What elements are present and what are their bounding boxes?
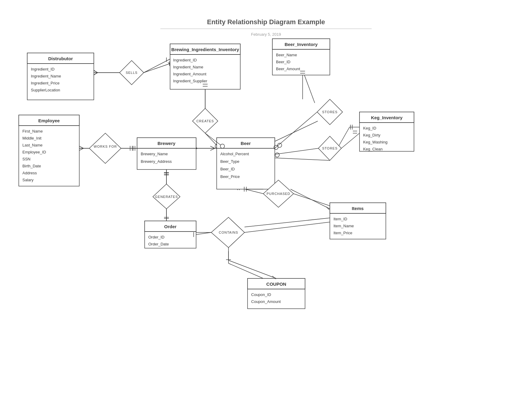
svg-line-45 [245,221,339,232]
svg-line-143 [94,73,98,75]
svg-text:GENERATES: GENERATES [155,195,178,199]
entity-order: Order Order_ID Order_Date [145,221,196,248]
relationship-contains: CONTAINS [211,217,245,248]
svg-text:CREATES: CREATES [196,119,214,123]
svg-text:Keg_Dirty: Keg_Dirty [363,133,381,137]
svg-line-142 [94,71,98,73]
svg-line-183 [245,218,330,227]
entity-items: Items Item_ID Item_Name Item_Price [330,203,386,239]
svg-line-157 [341,133,360,148]
svg-text:Address: Address [22,171,37,175]
relationship-sells: SELLS [120,61,144,85]
svg-text:Alcohol_Percent: Alcohol_Percent [220,152,249,156]
svg-text:Item_Price: Item_Price [333,231,352,235]
svg-text:STORES: STORES [322,146,337,150]
svg-text:Ingredient_Name: Ingredient_Name [31,74,61,78]
relationship-stores-1: STORES [317,99,343,125]
svg-line-164 [79,148,84,150]
svg-text:Brewery_Address: Brewery_Address [141,159,172,164]
svg-text:Ingredient_ID: Ingredient_ID [173,58,197,62]
entity-employee: Employee First_Name Middle_Init Last_Nam… [19,115,79,186]
svg-line-48 [228,263,263,278]
svg-text:Employee_ID: Employee_ID [22,150,46,154]
svg-text:COUPON: COUPON [266,281,286,287]
svg-text:Items: Items [352,206,363,211]
svg-text:Ingredient_Supplier: Ingredient_Supplier [173,79,207,83]
entity-brewery: Brewery Brewery_Name Brewery_Address [137,138,196,169]
svg-text:CONTAINS: CONTAINS [219,231,238,234]
svg-line-18 [337,127,350,148]
svg-text:Brewing_Ingredients_Inventory: Brewing_Ingredients_Inventory [171,47,239,52]
svg-text:Beer: Beer [241,141,251,146]
svg-text:Employee: Employee [38,118,60,123]
diagram-title: Entity Relationship Diagram Example [207,18,325,26]
svg-text:Keg_Clean: Keg_Clean [363,147,383,151]
svg-text:Birth_Date: Birth_Date [22,164,41,168]
svg-text:Ingredient_Amount: Ingredient_Amount [173,72,206,76]
svg-text:Coupon_ID: Coupon_ID [251,292,271,297]
relationship-works-for: WORKS FOR [89,133,121,163]
entity-keg-inventory: Keg_Inventory Keg_ID Keg_Dirty Keg_Washi… [360,112,414,151]
entity-beer-inventory: Beer_Inventory Beer_Name Beer_ID Beer_Am… [272,39,330,75]
svg-text:Ingredient_Price: Ingredient_Price [31,81,60,85]
svg-text:Item_Name: Item_Name [333,224,354,228]
svg-text:Order_Date: Order_Date [148,242,169,246]
svg-text:Beer_ID: Beer_ID [220,167,235,171]
svg-line-169 [210,146,215,148]
svg-text:STORES: STORES [322,110,337,114]
svg-text:Item_ID: Item_ID [333,217,347,221]
svg-text:Ingredient_Name: Ingredient_Name [173,65,203,69]
erd-diagram: Entity Relationship Diagram Example Febr… [0,0,532,411]
svg-text:SSN: SSN [22,157,31,161]
svg-text:Beer_Name: Beer_Name [276,53,297,57]
svg-text:Brewery: Brewery [157,141,176,146]
svg-text:Keg_Inventory: Keg_Inventory [371,115,403,120]
svg-line-179 [291,189,330,209]
svg-text:SupplierLocation: SupplierLocation [31,88,60,92]
svg-line-163 [79,146,84,148]
svg-text:Beer_Inventory: Beer_Inventory [284,42,318,47]
svg-point-161 [275,153,279,157]
svg-line-144 [144,59,170,73]
svg-line-185 [228,260,276,278]
svg-text:Beer_ID: Beer_ID [276,60,291,64]
svg-line-160 [275,148,318,154]
svg-line-181 [196,232,211,235]
svg-line-10 [205,133,217,145]
diagram-subtitle: February 5, 2019 [251,32,281,37]
svg-text:Middle_Init: Middle_Init [22,136,41,140]
svg-text:Order: Order [164,224,177,229]
svg-text:SELLS: SELLS [126,71,137,74]
entity-coupon: COUPON Coupon_ID Coupon_Amount [248,278,305,309]
svg-text:Brewery_Name: Brewery_Name [141,152,168,156]
svg-text:First_Name: First_Name [22,129,43,133]
svg-line-154 [275,112,317,148]
svg-marker-133 [89,133,121,163]
svg-text:Order_ID: Order_ID [148,235,164,239]
svg-text:Keg_ID: Keg_ID [363,126,376,130]
svg-line-170 [210,148,215,150]
relationship-creates: CREATES [192,108,218,133]
entity-beer: Beer Alcohol_Percent Beer_Type Beer_ID B… [217,138,275,189]
svg-text:Distrubutor: Distrubutor [48,56,73,61]
svg-text:WORKS FOR: WORKS FOR [94,145,117,148]
svg-text:Salary: Salary [22,178,34,182]
entity-distrubutor: Distrubutor Ingredient_ID Ingredient_Nam… [27,53,94,100]
svg-text:Beer_Price: Beer_Price [220,174,240,179]
relationship-generates: GENERATES [153,184,180,209]
relationship-stores-2: STORES [318,136,341,160]
svg-text:Coupon_Amount: Coupon_Amount [251,299,281,304]
svg-text:Ingredient_ID: Ingredient_ID [31,67,54,71]
svg-text:Beer_Type: Beer_Type [220,159,239,164]
svg-text:Beer_Amount: Beer_Amount [276,67,300,71]
svg-text:Last_Name: Last_Name [22,143,42,147]
entity-brewing-ingredients: Brewing_Ingredients_Inventory Ingredient… [170,44,240,89]
svg-text:Keg_Washing: Keg_Washing [363,140,387,144]
svg-text:PURCHASED: PURCHASED [267,192,290,196]
svg-line-4 [144,64,170,73]
